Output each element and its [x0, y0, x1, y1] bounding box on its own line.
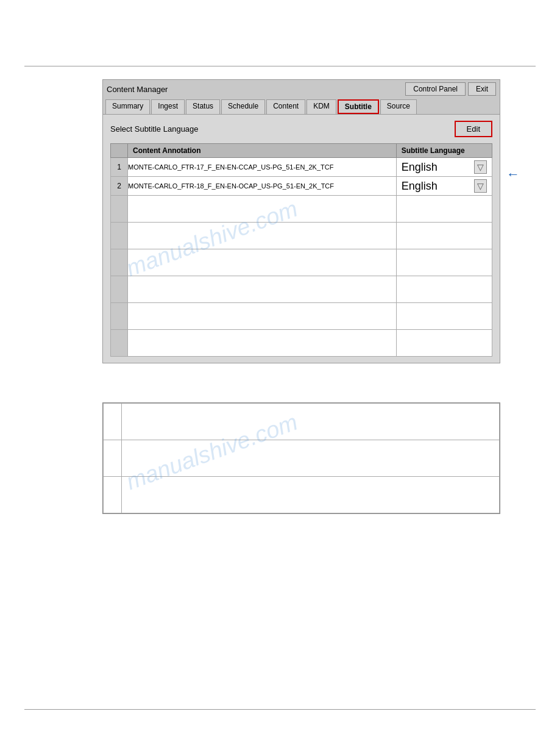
empty-row-num	[111, 276, 128, 303]
tab-status[interactable]: Status	[186, 99, 220, 114]
lower-table-row	[104, 440, 500, 477]
empty-row-lang	[396, 223, 492, 249]
row1-dropdown[interactable]: ▽	[474, 160, 487, 174]
page-wrapper: ↓ ← Content Manager Control Panel Exit S…	[0, 0, 560, 739]
lower-row2-content	[122, 440, 500, 477]
lower-row1-content	[122, 404, 500, 440]
table-row: 2 MONTE-CARLO_FTR-18_F_EN-EN-OCAP_US-PG_…	[111, 177, 492, 196]
lower-row3-content	[122, 477, 500, 513]
empty-row-lang	[396, 249, 492, 276]
header-buttons: Control Panel Exit	[405, 82, 496, 96]
lower-row2-num	[104, 440, 122, 477]
cm-panel-header: Content Manager Control Panel Exit	[103, 80, 500, 98]
tab-kdm[interactable]: KDM	[307, 99, 336, 114]
table-header-row: Content Annotation Subtitle Language	[111, 144, 492, 158]
row1-annotation: MONTE-CARLO_FTR-17_F_EN-EN-CCAP_US-PG_51…	[128, 158, 397, 177]
app-title: Content Manager	[107, 85, 168, 94]
lower-table	[103, 403, 500, 513]
lower-row3-num	[104, 477, 122, 513]
tab-content[interactable]: Content	[266, 99, 305, 114]
empty-row-annotation	[128, 196, 397, 223]
row2-annotation: MONTE-CARLO_FTR-18_F_EN-EN-OCAP_US-PG_51…	[128, 177, 397, 196]
lower-panel	[102, 402, 500, 514]
tab-summary[interactable]: Summary	[105, 99, 150, 114]
row1-num: 1	[111, 158, 128, 177]
empty-row-lang	[396, 196, 492, 223]
empty-row-num	[111, 223, 128, 249]
row2-num: 2	[111, 177, 128, 196]
col-annotation-header: Content Annotation	[128, 144, 397, 158]
edit-button[interactable]: Edit	[455, 121, 492, 137]
empty-row-num	[111, 249, 128, 276]
empty-row-annotation	[128, 223, 397, 249]
bottom-rule	[24, 709, 536, 710]
cm-content-area: Select Subtitle Language Edit Content An…	[103, 114, 500, 363]
nav-tabs: Summary Ingest Status Schedule Content K…	[103, 98, 500, 114]
row2-lang-inner: English ▽	[397, 177, 492, 195]
empty-row-annotation	[128, 276, 397, 303]
empty-row-num	[111, 196, 128, 223]
empty-row-num	[111, 303, 128, 330]
row1-lang-inner: English ▽	[397, 158, 492, 176]
row2-language: English	[402, 180, 438, 193]
select-subtitle-label: Select Subtitle Language	[110, 124, 199, 134]
tab-subtitle[interactable]: Subtitle	[338, 99, 379, 114]
empty-row-num	[111, 330, 128, 357]
table-row-empty	[111, 276, 492, 303]
exit-button[interactable]: Exit	[468, 82, 496, 96]
table-row: 1 MONTE-CARLO_FTR-17_F_EN-EN-CCAP_US-PG_…	[111, 158, 492, 177]
table-row-empty	[111, 196, 492, 223]
control-panel-button[interactable]: Control Panel	[405, 82, 466, 96]
subtitle-table: Content Annotation Subtitle Language 1 M…	[110, 143, 492, 357]
tab-source[interactable]: Source	[380, 99, 417, 114]
top-rule	[24, 66, 536, 66]
empty-row-lang	[396, 303, 492, 330]
table-row-empty	[111, 303, 492, 330]
row1-lang-cell: English ▽	[396, 158, 492, 177]
empty-row-annotation	[128, 303, 397, 330]
col-num-header	[111, 144, 128, 158]
table-row-empty	[111, 223, 492, 249]
empty-row-annotation	[128, 330, 397, 357]
subtitle-header-row: Select Subtitle Language Edit	[110, 121, 492, 137]
col-language-header: Subtitle Language	[396, 144, 492, 158]
blue-arrow-right: ←	[506, 168, 520, 181]
row2-lang-cell: English ▽	[396, 177, 492, 196]
empty-row-annotation	[128, 249, 397, 276]
table-row-empty	[111, 330, 492, 357]
cm-panel: Content Manager Control Panel Exit Summa…	[102, 79, 500, 363]
empty-row-lang	[396, 276, 492, 303]
row1-language: English	[402, 161, 438, 174]
row2-dropdown[interactable]: ▽	[474, 179, 487, 193]
table-row-empty	[111, 249, 492, 276]
lower-table-row	[104, 404, 500, 440]
tab-schedule[interactable]: Schedule	[221, 99, 265, 114]
empty-row-lang	[396, 330, 492, 357]
lower-table-row	[104, 477, 500, 513]
tab-ingest[interactable]: Ingest	[151, 99, 185, 114]
lower-row1-num	[104, 404, 122, 440]
